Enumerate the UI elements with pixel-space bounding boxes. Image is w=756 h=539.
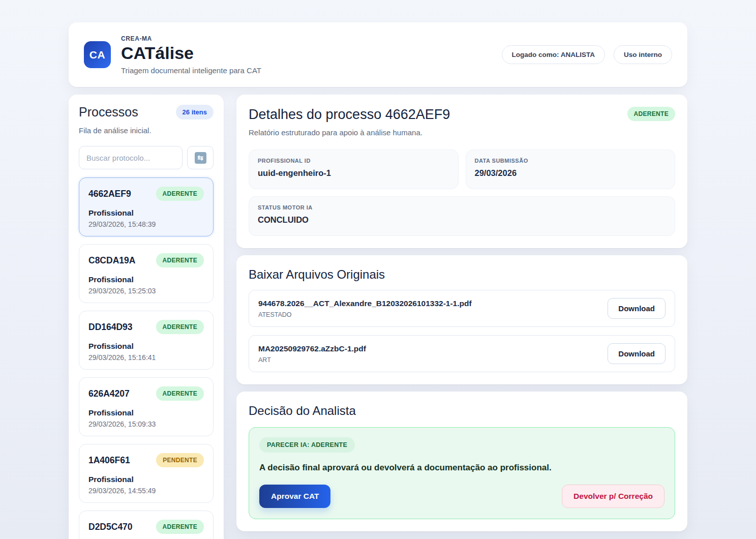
- process-protocol: DD164D93: [88, 322, 133, 333]
- process-status-badge: ADERENTE: [156, 253, 204, 267]
- download-button[interactable]: Download: [608, 343, 666, 364]
- info-label: DATA SUBMISSÃO: [475, 158, 667, 164]
- process-details-card: Detalhes do processo 4662AEF9 Relatório …: [236, 95, 687, 248]
- info-box: STATUS MOTOR IA CONCLUIDO: [249, 196, 675, 236]
- process-protocol: 4662AEF9: [88, 189, 131, 199]
- details-subtitle: Relatório estruturado para apoio à análi…: [249, 128, 450, 137]
- file-row: 944678.2026__ACT_Alexandre_B120320261013…: [249, 290, 675, 327]
- process-timestamp: 29/03/2026, 15:09:33: [88, 420, 204, 428]
- process-type: Profissional: [88, 342, 204, 351]
- process-protocol: D2D5C470: [88, 522, 133, 532]
- file-row: MA20250929762.aZzbC-1.pdf ART Download: [249, 335, 675, 372]
- app-logo: CA: [84, 41, 111, 68]
- return-correction-button[interactable]: Devolver p/ Correção: [562, 485, 664, 508]
- process-card[interactable]: DD164D93 ADERENTE Profissional 29/03/202…: [79, 311, 214, 370]
- process-type: Profissional: [88, 208, 204, 218]
- info-box: DATA SUBMISSÃO 29/03/2026: [466, 149, 676, 189]
- details-info-grid: PROFISSIONAL ID uuid-engenheiro-1 DATA S…: [249, 149, 675, 236]
- process-timestamp: 29/03/2026, 14:55:49: [88, 487, 204, 495]
- decision-message: A decisão final aprovará ou devolverá a …: [259, 463, 664, 473]
- file-info: 944678.2026__ACT_Alexandre_B120320261013…: [258, 299, 472, 318]
- download-button[interactable]: Download: [608, 298, 666, 319]
- info-value: CONCLUIDO: [258, 215, 666, 225]
- downloads-card: Baixar Arquivos Originais 944678.2026__A…: [236, 255, 687, 384]
- app-header: CA CREA-MA CATálise Triagem documental i…: [69, 22, 687, 87]
- process-list: 4662AEF9 ADERENTE Profissional 29/03/202…: [79, 177, 214, 539]
- panel-subtitle: Fila de análise inicial.: [79, 126, 214, 135]
- process-timestamp: 29/03/2026, 15:48:39: [88, 220, 204, 228]
- process-status-badge: ADERENTE: [156, 187, 204, 201]
- file-name: MA20250929762.aZzbC-1.pdf: [258, 344, 366, 353]
- search-input[interactable]: [79, 146, 183, 169]
- page: CA CREA-MA CATálise Triagem documental i…: [69, 0, 687, 539]
- ai-opinion-panel: PARECER IA: ADERENTE A decisão final apr…: [249, 427, 675, 519]
- info-label: PROFISSIONAL ID: [258, 158, 449, 164]
- refresh-icon: ⇆: [195, 152, 206, 164]
- panel-title: Processos: [79, 105, 138, 119]
- process-card[interactable]: 4662AEF9 ADERENTE Profissional 29/03/202…: [79, 177, 214, 236]
- process-card[interactable]: 626A4207 ADERENTE Profissional 29/03/202…: [79, 377, 214, 436]
- process-card[interactable]: C8CDA19A ADERENTE Profissional 29/03/202…: [79, 244, 214, 303]
- approve-cat-button[interactable]: Aprovar CAT: [259, 485, 330, 508]
- process-protocol: C8CDA19A: [88, 255, 135, 266]
- process-card[interactable]: D2D5C470 ADERENTE Profissional 29/03/202…: [79, 511, 214, 539]
- refresh-button[interactable]: ⇆: [187, 146, 214, 169]
- process-timestamp: 29/03/2026, 15:16:41: [88, 353, 204, 362]
- info-value: 29/03/2026: [475, 168, 667, 178]
- process-status-badge: ADERENTE: [156, 386, 204, 401]
- decision-title: Decisão do Analista: [249, 404, 675, 418]
- decision-card: Decisão do Analista PARECER IA: ADERENTE…: [236, 392, 687, 531]
- file-info: MA20250929762.aZzbC-1.pdf ART: [258, 344, 366, 364]
- process-type: Profissional: [88, 408, 204, 417]
- process-protocol: 1A406F61: [88, 455, 130, 466]
- ai-opinion-badge: PARECER IA: ADERENTE: [259, 437, 355, 453]
- process-type: Profissional: [88, 275, 204, 284]
- info-value: uuid-engenheiro-1: [258, 168, 449, 178]
- process-type: Profissional: [88, 475, 204, 484]
- file-list: 944678.2026__ACT_Alexandre_B120320261013…: [249, 290, 675, 372]
- details-heading: Detalhes do processo 4662AEF9 Relatório …: [249, 107, 450, 137]
- logged-in-badge: Logado como: ANALISTA: [502, 45, 605, 64]
- internal-use-badge: Uso interno: [614, 45, 672, 64]
- process-list-panel: Processos 26 itens Fila de análise inici…: [69, 95, 224, 539]
- details-title: Detalhes do processo 4662AEF9: [249, 107, 450, 123]
- file-name: 944678.2026__ACT_Alexandre_B120320261013…: [258, 299, 472, 308]
- app-titles: CREA-MA CATálise Triagem documental inte…: [121, 35, 261, 75]
- process-status-badge: ADERENTE: [156, 320, 204, 334]
- file-type: ART: [258, 356, 366, 364]
- app-title: CATálise: [121, 43, 261, 63]
- info-box: PROFISSIONAL ID uuid-engenheiro-1: [249, 149, 459, 189]
- file-type: ATESTADO: [258, 311, 472, 318]
- org-label: CREA-MA: [121, 35, 261, 42]
- process-status-badge: PENDENTE: [156, 453, 204, 467]
- process-timestamp: 29/03/2026, 15:25:03: [88, 287, 204, 295]
- app-identity: CA CREA-MA CATálise Triagem documental i…: [84, 35, 261, 75]
- process-count-badge: 26 itens: [176, 105, 214, 119]
- process-status-badge: ADERENTE: [156, 520, 204, 534]
- app-subtitle: Triagem documental inteligente para CAT: [121, 66, 261, 75]
- process-card[interactable]: 1A406F61 PENDENTE Profissional 29/03/202…: [79, 444, 214, 503]
- downloads-title: Baixar Arquivos Originais: [249, 267, 675, 282]
- header-chips: Logado como: ANALISTA Uso interno: [502, 45, 673, 64]
- process-protocol: 626A4207: [88, 388, 130, 399]
- info-label: STATUS MOTOR IA: [258, 204, 666, 211]
- details-status-badge: ADERENTE: [627, 107, 675, 121]
